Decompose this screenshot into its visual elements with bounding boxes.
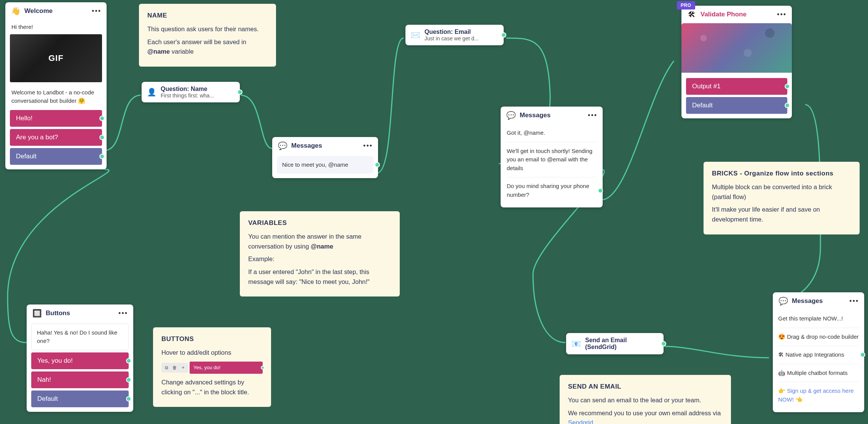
option-yes[interactable]: Yes, you do! xyxy=(31,352,129,369)
block-subtitle: Just in case we get d... xyxy=(424,35,489,41)
more-icon[interactable]: ••• xyxy=(118,309,128,317)
validate-phone-block[interactable]: PRO 🛠 Validate Phone ••• Output #1 Defau… xyxy=(681,6,792,118)
button-icon: 🔲 xyxy=(32,308,42,318)
option-hello[interactable]: Hello! xyxy=(10,110,102,127)
chat-icon: 💬 xyxy=(506,110,516,120)
block-title: Buttons xyxy=(46,309,115,317)
block-title: Messages xyxy=(291,142,359,150)
sendgrid-link[interactable]: Sendgrid. xyxy=(568,419,595,424)
block-title: Validate Phone xyxy=(700,11,773,18)
message-item: 🤖 Multiple chatbot formats xyxy=(778,364,859,383)
note-send-email: SEND AN EMAIL You can send an email to t… xyxy=(560,375,731,424)
option-nah[interactable]: Nah! xyxy=(31,371,129,388)
block-title: Messages xyxy=(792,297,846,305)
message-item: 😍 Drag & drop no-code builder xyxy=(778,328,859,346)
more-icon[interactable]: ••• xyxy=(777,11,787,19)
message-item: We'll get in touch shortly! Sending you … xyxy=(507,142,597,178)
block-subtitle: First things first: wha... xyxy=(161,92,225,99)
plus-icon: + xyxy=(179,363,187,372)
question-email-block[interactable]: ✉️ Question: Email Just in case we get d… xyxy=(405,25,504,45)
pro-badge: PRO xyxy=(677,1,695,10)
intro-text: Welcome to Landbot - a no-code conversat… xyxy=(10,85,102,108)
note-buttons: BUTTONS Hover to add/edit options ⧉ 🗑 + … xyxy=(153,327,271,407)
copy-icon: ⧉ xyxy=(162,363,171,372)
output-port[interactable] xyxy=(501,32,506,38)
welcome-block[interactable]: 👋 Welcome ••• Hi there! GIF Welcome to L… xyxy=(5,2,107,169)
messages-block-3[interactable]: 💬 Messages ••• Get this template NOW...!… xyxy=(773,292,864,412)
note-name: NAME This question ask users for their n… xyxy=(139,4,276,67)
chat-icon: 💬 xyxy=(778,296,788,306)
envelope-icon: ✉️ xyxy=(410,30,421,40)
block-title: Messages xyxy=(520,112,584,119)
note-bricks: BRICKS - Organize flow into sections Mul… xyxy=(704,162,860,234)
question-name-block[interactable]: 👤 Question: Name First things first: wha… xyxy=(142,82,240,102)
wave-icon: 👋 xyxy=(11,6,21,16)
more-icon[interactable]: ••• xyxy=(363,142,373,150)
tools-icon: 🛠 xyxy=(687,10,697,19)
person-icon: 👤 xyxy=(146,87,157,97)
message-item: Do you mind sharing your phone number? xyxy=(507,177,597,204)
chat-icon: 💬 xyxy=(278,141,287,151)
greeting-text: Hi there! xyxy=(10,20,102,34)
prompt-text: Haha! Yes & no! Do I sound like one? xyxy=(31,324,129,350)
signup-link[interactable]: 👉 Sign up & get access here NOW! 👈 xyxy=(778,382,859,408)
send-email-block[interactable]: 📧 Send an Email (SendGrid) xyxy=(566,333,664,354)
more-icon[interactable]: ••• xyxy=(849,297,859,305)
buttons-block[interactable]: 🔲 Buttons ••• Haha! Yes & no! Do I sound… xyxy=(27,304,133,412)
message-item: 🛠 Native app Integrations xyxy=(778,346,859,364)
trash-icon: 🗑 xyxy=(171,363,179,372)
messages-block-2[interactable]: 💬 Messages ••• Got it, @name. We'll get … xyxy=(501,107,603,207)
output-port[interactable] xyxy=(237,89,243,95)
option-default[interactable]: Default xyxy=(10,148,102,165)
more-icon[interactable]: ••• xyxy=(92,7,101,15)
gif-preview[interactable]: GIF xyxy=(10,34,102,82)
output-1[interactable]: Output #1 xyxy=(686,78,787,95)
button-edit-preview: ⧉ 🗑 + Yes, you do! xyxy=(161,362,263,374)
message-item: Got it, @name. xyxy=(507,124,597,142)
option-default[interactable]: Default xyxy=(31,391,129,407)
messages-block-1[interactable]: 💬 Messages ••• Nice to meet you, @name xyxy=(272,137,378,178)
block-title: Question: Name xyxy=(161,86,235,92)
brick-preview xyxy=(681,23,792,73)
more-icon[interactable]: ••• xyxy=(588,112,597,120)
block-title: Question: Email xyxy=(424,29,499,35)
output-default[interactable]: Default xyxy=(686,97,787,114)
output-port[interactable] xyxy=(661,341,666,346)
block-title: Welcome xyxy=(24,7,88,15)
note-variables: VARIABLES You can mention the answer in … xyxy=(240,211,400,296)
message-text: Nice to meet you, @name xyxy=(277,156,373,174)
message-item: Get this template NOW...! xyxy=(778,310,859,328)
block-title: Send an Email (SendGrid) xyxy=(585,337,659,351)
email-send-icon: 📧 xyxy=(571,338,581,349)
option-are-you-bot[interactable]: Are you a bot? xyxy=(10,129,102,146)
